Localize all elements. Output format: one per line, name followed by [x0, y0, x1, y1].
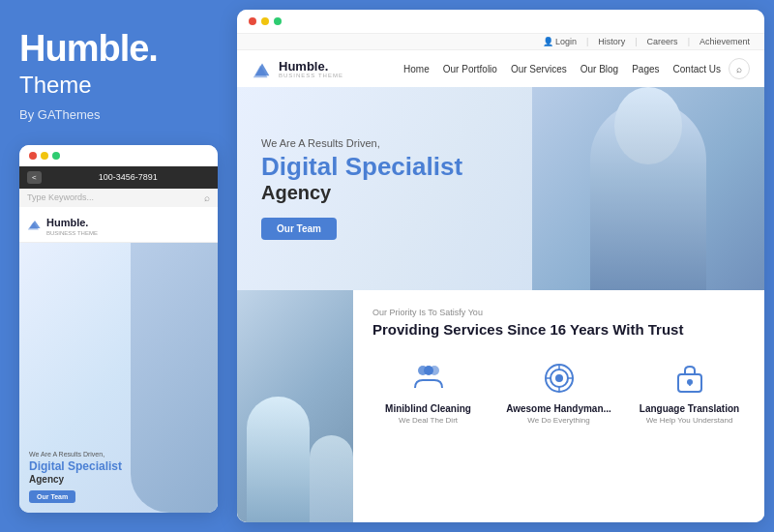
services-priority: Our Priority Is To Satisfy You — [372, 308, 745, 317]
desktop-services-content: Our Priority Is To Satisfy You Providing… — [353, 290, 764, 522]
topbar-history: History — [598, 37, 625, 46]
mobile-logo-name: Humble. — [46, 217, 88, 228]
left-panel: Humble. Theme By GAThemes < 100-3456-789… — [0, 0, 237, 532]
topbar-div2: | — [635, 37, 637, 46]
mobile-search-bar: Type Keywords... ⌕ — [19, 189, 218, 207]
browser-dot-green — [274, 17, 282, 25]
nav-services[interactable]: Our Services — [511, 64, 567, 74]
service-name-handyman: Awesome Handyman... — [506, 403, 611, 414]
desktop-logo-name: Humble. — [279, 60, 343, 73]
desktop-hero-title-blue: Digital Specialist — [261, 153, 508, 181]
nav-blog[interactable]: Our Blog — [580, 64, 618, 74]
service-icon-target — [540, 359, 579, 398]
services-cards: Miniblind Cleaning We Deal The Dirt — [372, 359, 745, 425]
service-name-translation: Language Translation — [640, 403, 739, 414]
desktop-search-button[interactable]: ⌕ — [729, 58, 750, 79]
service-name-miniblind: Miniblind Cleaning — [385, 403, 471, 414]
mobile-preview: < 100-3456-7891 Type Keywords... ⌕ Humbl… — [19, 145, 218, 513]
mobile-hero-title: Digital Specialist — [29, 459, 208, 473]
desktop-hero-intro: We Are A Results Driven, — [261, 137, 508, 149]
mobile-hero-agency: Agency — [29, 474, 208, 485]
theme-title: Humble. Theme By GAThemes — [19, 29, 218, 122]
services-title: Providing Services Since 16 Years With T… — [372, 320, 745, 340]
desktop-preview: 👤 Login | History | Careers | Achievemen… — [237, 10, 764, 522]
desktop-logo-icon-svg — [252, 58, 273, 79]
topbar-div1: | — [586, 37, 588, 46]
desktop-logo-tagline: BUSINESS THEME — [279, 73, 343, 78]
mobile-dot-green — [52, 152, 60, 160]
topbar-achievement: Achievement — [700, 37, 750, 46]
mobile-hero-text: We Are A Results Driven, Digital Special… — [29, 451, 208, 503]
browser-dot-yellow — [261, 17, 269, 25]
service-desc-handyman: We Do Everything — [527, 416, 589, 425]
mobile-logo-bar: Humble. BUSINESS THEME — [19, 207, 218, 243]
group-figure — [310, 435, 353, 522]
service-icon-people — [409, 359, 448, 398]
nav-portfolio[interactable]: Our Portfolio — [443, 64, 497, 74]
svg-point-6 — [424, 366, 433, 375]
browser-dot-red — [249, 17, 256, 25]
desktop-hero-left: We Are A Results Driven, Digital Special… — [237, 87, 532, 290]
services-header: Our Priority Is To Satisfy You Providing… — [372, 308, 745, 340]
service-icon-bag — [670, 359, 709, 398]
topbar-login: 👤 Login — [543, 37, 577, 46]
desktop-logo-text: Humble. BUSINESS THEME — [279, 60, 343, 78]
theme-author: By GAThemes — [19, 107, 218, 122]
mobile-phone: 100-3456-7891 — [46, 172, 210, 182]
mobile-hero-btn[interactable]: Our Team — [29, 490, 75, 503]
service-card-handyman: Awesome Handyman... We Do Everything — [503, 359, 614, 425]
nav-home[interactable]: Home — [403, 64, 430, 74]
svg-point-9 — [555, 374, 563, 382]
mobile-browser-dots — [19, 145, 218, 166]
topbar-careers: Careers — [647, 37, 678, 46]
nav-contact[interactable]: Contact Us — [673, 64, 721, 74]
desktop-nav: 👤 Login | History | Careers | Achievemen… — [237, 34, 764, 87]
theme-subtitle: Theme — [19, 72, 218, 100]
desktop-logo: Humble. BUSINESS THEME — [252, 58, 343, 79]
person-head — [614, 87, 682, 164]
desktop-hero-person — [532, 87, 764, 290]
desktop-hero: We Are A Results Driven, Digital Special… — [237, 87, 764, 290]
nav-pages[interactable]: Pages — [632, 64, 659, 74]
mobile-search-icon: ⌕ — [204, 192, 210, 203]
desktop-hero-title-dark: Agency — [261, 182, 508, 204]
service-desc-translation: We Help You Understand — [646, 416, 733, 425]
mobile-share-icon: < — [27, 171, 42, 184]
topbar-div3: | — [688, 37, 690, 46]
mobile-logo-tagline: BUSINESS THEME — [46, 230, 98, 236]
desktop-hero-btn[interactable]: Our Team — [261, 218, 337, 240]
desktop-content: 👤 Login | History | Careers | Achievemen… — [237, 34, 764, 522]
desktop-nav-links: Home Our Portfolio Our Services Our Blog… — [403, 64, 721, 74]
desktop-right-content: We Are A Results Driven, Digital Special… — [237, 87, 764, 522]
mobile-hero-intro: We Are A Results Driven, — [29, 451, 208, 458]
desktop-topbar: 👤 Login | History | Careers | Achievemen… — [237, 34, 764, 50]
browser-bar — [237, 10, 764, 34]
mobile-logo-icon — [27, 217, 43, 232]
mobile-dot-red — [29, 152, 37, 160]
mobile-dot-yellow — [41, 152, 48, 160]
desktop-lady-photo — [237, 290, 353, 522]
service-card-miniblind: Miniblind Cleaning We Deal The Dirt — [372, 359, 484, 425]
title-dot: . — [148, 28, 158, 69]
lady-figure — [247, 397, 310, 522]
theme-name: Humble. — [19, 29, 218, 70]
title-text: Humble — [19, 28, 148, 69]
mobile-topbar: < 100-3456-7891 — [19, 166, 218, 189]
mobile-hero: We Are A Results Driven, Digital Special… — [19, 243, 218, 513]
desktop-services-area: Our Priority Is To Satisfy You Providing… — [237, 290, 764, 522]
mobile-search-input[interactable]: Type Keywords... — [27, 192, 200, 202]
desktop-mainav: Humble. BUSINESS THEME Home Our Portfoli… — [237, 50, 764, 87]
service-desc-miniblind: We Deal The Dirt — [399, 416, 458, 425]
service-card-translation: Language Translation We Help You Underst… — [634, 359, 745, 425]
desktop-main: We Are A Results Driven, Digital Special… — [237, 87, 764, 522]
mobile-logo-text: Humble. BUSINESS THEME — [46, 213, 98, 236]
